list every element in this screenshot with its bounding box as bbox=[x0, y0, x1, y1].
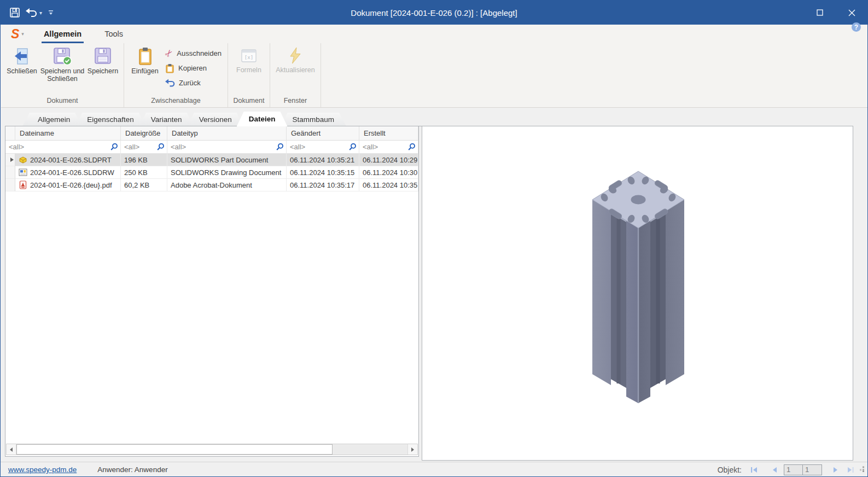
table-row-modified[interactable]: 06.11.2024 10:35:15 bbox=[287, 166, 359, 179]
titlebar: ▾ Dokument [2024-001-E-026 (0.2)] : [Abg… bbox=[1, 1, 867, 25]
scroll-right-button[interactable] bbox=[407, 444, 417, 455]
speedy-logo-icon: S bbox=[11, 28, 19, 40]
first-object-button[interactable] bbox=[750, 467, 758, 473]
filter-text: <all> bbox=[363, 143, 407, 151]
search-icon[interactable] bbox=[407, 143, 416, 151]
solidworks-drawing-icon bbox=[19, 168, 27, 177]
tab-eigenschaften[interactable]: Eigenschaften bbox=[75, 113, 146, 126]
row-selector[interactable] bbox=[5, 179, 15, 191]
search-icon[interactable] bbox=[156, 143, 165, 151]
row-selector[interactable] bbox=[5, 166, 15, 179]
einfuegen-button[interactable]: Einfügen bbox=[127, 43, 163, 75]
filter-dateigroesse[interactable]: <all> bbox=[121, 141, 167, 154]
search-icon[interactable] bbox=[276, 143, 284, 151]
table-row-modified[interactable]: 06.11.2024 10:35:17 bbox=[287, 179, 359, 191]
tab-dateien[interactable]: Dateien bbox=[237, 112, 288, 126]
aktualisieren-button: Aktualisieren bbox=[273, 43, 318, 74]
lightning-icon bbox=[287, 47, 304, 65]
ribbon: S ▾ Allgemein Tools Schließen bbox=[1, 25, 868, 108]
search-icon[interactable] bbox=[110, 143, 118, 151]
first-icon bbox=[750, 467, 758, 473]
schliessen-button[interactable]: Schließen bbox=[4, 43, 40, 75]
object-label: Objekt: bbox=[718, 466, 742, 474]
filename-text: 2024-001-E-026.SLDDRW bbox=[30, 168, 114, 177]
table-row-type[interactable]: SOLIDWORKS Part Document bbox=[167, 154, 287, 166]
table-row-created[interactable]: 06.11.2024 10:30:58 bbox=[359, 166, 418, 179]
column-header-dateiname[interactable]: Dateiname bbox=[15, 126, 121, 141]
formula-icon: [x] bbox=[240, 47, 258, 65]
filter-dateityp[interactable]: <all> bbox=[167, 141, 287, 154]
scrollbar-thumb[interactable] bbox=[16, 444, 333, 455]
column-header-dateigroesse[interactable]: Dateigröße bbox=[121, 126, 167, 141]
table-row-type[interactable]: SOLIDWORKS Drawing Document bbox=[167, 166, 287, 179]
column-header-geaendert[interactable]: Geändert bbox=[287, 126, 359, 141]
previous-icon bbox=[772, 467, 777, 473]
save-floppy-icon bbox=[94, 47, 112, 66]
table-row-type[interactable]: Adobe Acrobat-Dokument bbox=[167, 179, 287, 191]
pdf-file-icon bbox=[19, 181, 27, 189]
filter-dateiname[interactable]: <all> bbox=[5, 141, 121, 154]
undo-arrow-icon bbox=[165, 79, 175, 88]
ribbon-group-dokument-2: [x] Formeln Dokument bbox=[228, 43, 270, 107]
object-total-input[interactable] bbox=[803, 464, 822, 475]
column-header-erstellt[interactable]: Erstellt bbox=[359, 126, 418, 141]
filter-text: <all> bbox=[171, 143, 276, 151]
ribbon-body: Schließen Speichern und Schließen bbox=[1, 43, 868, 107]
table-row-created[interactable]: 06.11.2024 10:29:01 bbox=[359, 154, 418, 166]
table-row-size[interactable]: 196 KB bbox=[121, 154, 167, 166]
table-row-created[interactable]: 06.11.2024 10:35:17 bbox=[359, 179, 418, 191]
copy-icon bbox=[165, 63, 174, 73]
speedy-pdm-link[interactable]: www.speedy-pdm.de bbox=[8, 466, 77, 474]
aktualisieren-label: Aktualisieren bbox=[276, 66, 315, 74]
filename-text: 2024-001-E-026.SLDPRT bbox=[30, 156, 112, 164]
speichern-label: Speichern bbox=[88, 67, 118, 75]
preview-panel[interactable] bbox=[422, 126, 853, 461]
table-row-filename[interactable]: 2024-001-E-026.SLDPRT bbox=[15, 154, 121, 166]
ausschneiden-button[interactable]: ✂ Ausschneiden bbox=[165, 48, 222, 59]
object-navigator: Objekt: bbox=[718, 464, 867, 475]
previous-object-button[interactable] bbox=[772, 467, 777, 473]
last-object-button[interactable] bbox=[847, 467, 854, 473]
next-object-button[interactable] bbox=[833, 467, 838, 473]
tab-varianten[interactable]: Varianten bbox=[139, 113, 194, 126]
filter-erstellt[interactable]: <all> bbox=[359, 141, 418, 154]
tab-stammbaum[interactable]: Stammbaum bbox=[280, 113, 346, 126]
speichern-und-schliessen-button[interactable]: Speichern und Schließen bbox=[40, 43, 85, 83]
group-label-fenster: Fenster bbox=[273, 96, 318, 107]
scroll-left-button[interactable] bbox=[7, 444, 16, 455]
kopieren-label: Kopieren bbox=[178, 64, 207, 72]
table-row-size[interactable]: 250 KB bbox=[121, 166, 167, 179]
filter-geaendert[interactable]: <all> bbox=[287, 141, 359, 154]
scroll-right-icon bbox=[411, 447, 414, 452]
group-label-dokument: Dokument bbox=[4, 96, 121, 107]
scroll-left-icon bbox=[10, 447, 13, 452]
ribbon-tab-tools[interactable]: Tools bbox=[101, 25, 126, 43]
logo-dropdown-chevron-icon: ▾ bbox=[21, 31, 24, 37]
current-row-arrow-icon bbox=[10, 158, 14, 162]
user-status-text: Anwender: Anwender bbox=[97, 466, 167, 474]
filename-text: 2024-001-E-026.{deu}.pdf bbox=[30, 181, 112, 189]
object-current-input[interactable] bbox=[784, 464, 803, 475]
maximize-icon bbox=[817, 9, 823, 16]
app-logo-button[interactable]: S ▾ bbox=[11, 28, 24, 40]
kopieren-button[interactable]: Kopieren bbox=[165, 63, 222, 73]
table-row-filename[interactable]: 2024-001-E-026.{deu}.pdf bbox=[15, 179, 121, 191]
zurueck-button[interactable]: Zurück bbox=[165, 78, 222, 88]
paste-clipboard-icon bbox=[136, 47, 154, 66]
tab-allgemein[interactable]: Allgemein bbox=[26, 113, 82, 126]
search-icon[interactable] bbox=[348, 143, 357, 151]
column-header-dateityp[interactable]: Dateityp bbox=[167, 126, 287, 141]
horizontal-scrollbar[interactable] bbox=[6, 444, 418, 455]
maximize-button[interactable] bbox=[804, 1, 836, 25]
ribbon-tab-allgemein[interactable]: Allgemein bbox=[40, 25, 85, 43]
help-button[interactable]: ? bbox=[852, 22, 861, 32]
table-row-modified[interactable]: 06.11.2024 10:35:21 bbox=[287, 154, 359, 166]
row-selector[interactable] bbox=[5, 154, 15, 166]
close-button[interactable] bbox=[836, 1, 867, 25]
einfuegen-label: Einfügen bbox=[131, 67, 158, 75]
speichern-button[interactable]: Speichern bbox=[85, 43, 121, 75]
tab-versionen[interactable]: Versionen bbox=[187, 113, 244, 126]
table-row-filename[interactable]: 2024-001-E-026.SLDDRW bbox=[15, 166, 121, 179]
table-row-size[interactable]: 60,2 KB bbox=[121, 179, 167, 191]
resize-grip[interactable] bbox=[859, 466, 865, 475]
